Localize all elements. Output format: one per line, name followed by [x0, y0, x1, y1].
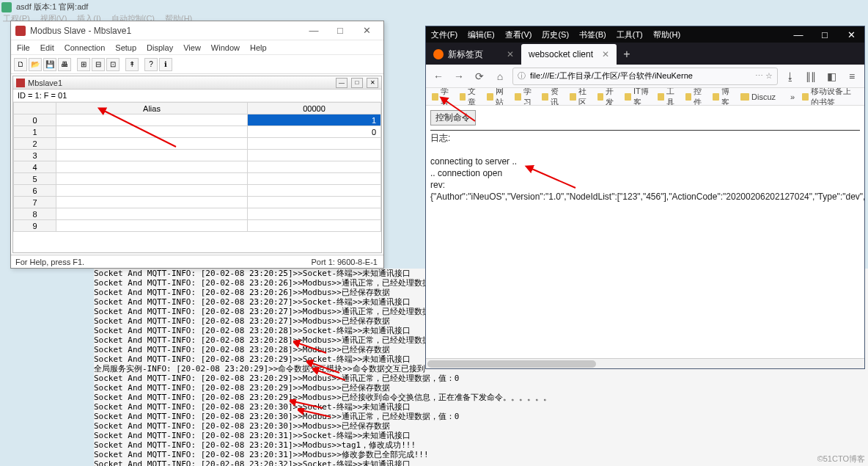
doc-min-button[interactable]: — [336, 78, 347, 88]
downloads-icon[interactable]: ⭳ [782, 68, 798, 84]
menu-setup[interactable]: Setup [115, 43, 136, 52]
doc-close-button[interactable]: ✕ [367, 78, 378, 88]
firefox-icon [433, 49, 444, 59]
new-tab-button[interactable]: + [617, 44, 637, 65]
tab-label: 新标签页 [448, 48, 483, 61]
id-line: ID = 1: F = 01 [13, 90, 381, 102]
home-button[interactable]: ⌂ [492, 68, 508, 84]
menu-file[interactable]: File [17, 43, 30, 52]
log-label: 日志: [430, 132, 860, 145]
menu-display[interactable]: Display [147, 43, 173, 52]
bookmark-item[interactable]: 网站 [487, 88, 507, 106]
log-line: .. connection open [430, 167, 860, 179]
ff-menu-help[interactable]: 帮助(H) [648, 29, 685, 40]
modbus-icon [15, 26, 26, 36]
register-table[interactable]: Alias00000011023456789 [13, 102, 381, 232]
tab-label: websocket client [529, 49, 593, 59]
app-icon [1, 2, 12, 12]
menu-view[interactable]: View [183, 43, 201, 52]
log-line: connecting to server .. [430, 156, 860, 167]
forward-button[interactable]: → [451, 68, 467, 84]
window-controls: — □ ✕ [301, 23, 379, 38]
tb-upload-icon[interactable]: ↟ [125, 58, 139, 71]
tb-about-icon[interactable]: ℹ [159, 58, 172, 71]
tb-connect-icon[interactable]: ⊞ [77, 58, 90, 71]
tb-help-icon[interactable]: ? [144, 58, 158, 71]
address-bar-row: ← → ⟳ ⌂ ⓘ file:///E:/工作目录/工作区/平台软件/iNeuK… [426, 65, 864, 88]
control-command-button[interactable]: 控制命令 [430, 110, 476, 125]
doc-titlebar[interactable]: Mbslave1 — □ ✕ [13, 76, 381, 90]
tb-print-icon[interactable]: 🖶 [58, 58, 71, 71]
doc-window: Mbslave1 — □ ✕ ID = 1: F = 01 Alias00000… [12, 76, 382, 253]
status-right: Port 1: 9600-8-E-1 [312, 258, 384, 266]
tab-close-icon[interactable]: ✕ [507, 49, 514, 59]
bookmarks-bar[interactable]: 学者文章网站学习资讯社区开发IT博客工具控件博客Discuz»移动设备上的书签 [426, 88, 864, 106]
ff-tabstrip[interactable]: 新标签页 ✕ websocket client ✕ + [426, 43, 864, 65]
bookmark-item[interactable]: IT博客 [625, 88, 650, 106]
log-line: {"Author":"iNeuOS","Version":"1.0","Node… [430, 191, 860, 203]
menu-conn[interactable]: Connection [65, 43, 106, 52]
tb-settings-icon[interactable]: ⊡ [106, 58, 119, 71]
tab-websocket[interactable]: websocket client ✕ [521, 44, 617, 65]
ff-menu-edit[interactable]: 编辑(E) [463, 29, 500, 40]
reload-button[interactable]: ⟳ [471, 68, 488, 84]
bookmark-item[interactable]: 博客 [713, 88, 733, 106]
doc-max-button[interactable]: □ [351, 78, 363, 88]
modbus-toolbar[interactable]: 🗋 📂 💾 🖶 ⊞ ⊟ ⊡ ↟ ? ℹ [11, 55, 383, 74]
menu-edit[interactable]: Edit [40, 43, 54, 52]
bookmark-item[interactable]: 开发 [597, 88, 618, 106]
info-icon[interactable]: ⓘ [518, 70, 526, 81]
doc-title-text: Mbslave1 [28, 79, 331, 87]
url-text: file:///E:/工作目录/工作区/平台软件/iNeuKerne [530, 70, 693, 81]
bookmark-item[interactable]: Discuz [740, 92, 776, 101]
modbus-menubar[interactable]: File Edit Connection Setup Display View … [11, 40, 383, 55]
tab-newtab[interactable]: 新标签页 ✕ [426, 44, 521, 65]
chevron-icon[interactable]: » [790, 92, 795, 101]
tb-save-icon[interactable]: 💾 [43, 58, 56, 71]
bg-title-text: asdf 版本:1 官网:adf [16, 1, 88, 12]
bookmark-item[interactable]: 社区 [570, 88, 590, 106]
bookmark-item[interactable]: 学习 [515, 88, 535, 106]
ff-menu-bookmarks[interactable]: 书签(B) [574, 29, 611, 40]
menu-icon[interactable]: ≡ [844, 68, 860, 84]
bookmark-item[interactable]: 控件 [685, 88, 706, 106]
menu-help[interactable]: Help [250, 43, 267, 52]
ff-menu-history[interactable]: 历史(S) [537, 29, 574, 40]
tb-open-icon[interactable]: 📂 [29, 58, 42, 71]
ff-menu-file[interactable]: 文件(F) [426, 29, 463, 40]
bookmark-item[interactable]: 学者 [432, 88, 452, 106]
page-content: 控制命令 日志: connecting to server .. .. conn… [426, 106, 864, 358]
ff-min-button[interactable]: — [785, 26, 812, 43]
tb-new-icon[interactable]: 🗋 [14, 58, 27, 71]
status-left: For Help, press F1. [11, 258, 312, 266]
library-icon[interactable]: ∥∥ [803, 68, 819, 84]
horizontal-scrollbar[interactable] [426, 358, 864, 368]
tb-disconnect-icon[interactable]: ⊟ [92, 58, 105, 71]
log-line: rev: [430, 179, 860, 191]
ff-close-button[interactable]: ✕ [838, 26, 864, 43]
minimize-button[interactable]: — [301, 23, 326, 38]
ff-menu-tools[interactable]: 工具(T) [611, 29, 648, 40]
close-button[interactable]: ✕ [354, 23, 379, 38]
watermark: ©51CTO博客 [817, 454, 865, 465]
modbus-titlebar[interactable]: Modbus Slave - Mbslave1 — □ ✕ [11, 21, 383, 40]
doc-icon [16, 79, 25, 87]
maximize-button[interactable]: □ [328, 23, 353, 38]
modbus-window: Modbus Slave - Mbslave1 — □ ✕ File Edit … [10, 21, 384, 269]
back-button[interactable]: ← [430, 68, 446, 84]
bookmark-mobile[interactable]: 移动设备上的书签 [802, 88, 858, 106]
firefox-window: 文件(F) 编辑(E) 查看(V) 历史(S) 书签(B) 工具(T) 帮助(H… [425, 26, 865, 369]
status-bar: For Help, press F1. Port 1: 9600-8-E-1 [11, 255, 383, 268]
modbus-title-text: Modbus Slave - Mbslave1 [30, 26, 297, 36]
ff-menu-view[interactable]: 查看(V) [500, 29, 537, 40]
ff-max-button[interactable]: □ [812, 26, 838, 43]
ff-menubar[interactable]: 文件(F) 编辑(E) 查看(V) 历史(S) 书签(B) 工具(T) 帮助(H… [426, 26, 864, 43]
bg-window-title: asdf 版本:1 官网:adf [1, 1, 88, 12]
sidebar-icon[interactable]: ◧ [823, 68, 839, 84]
bookmark-item[interactable]: 工具 [658, 88, 678, 106]
bookmark-item[interactable]: 资讯 [542, 88, 562, 106]
bookmark-item[interactable]: 文章 [460, 88, 480, 106]
tab-close-icon[interactable]: ✕ [602, 49, 609, 59]
menu-window[interactable]: Window [211, 43, 240, 52]
url-bar[interactable]: ⓘ file:///E:/工作目录/工作区/平台软件/iNeuKerne ⋯ ☆ [512, 68, 778, 85]
